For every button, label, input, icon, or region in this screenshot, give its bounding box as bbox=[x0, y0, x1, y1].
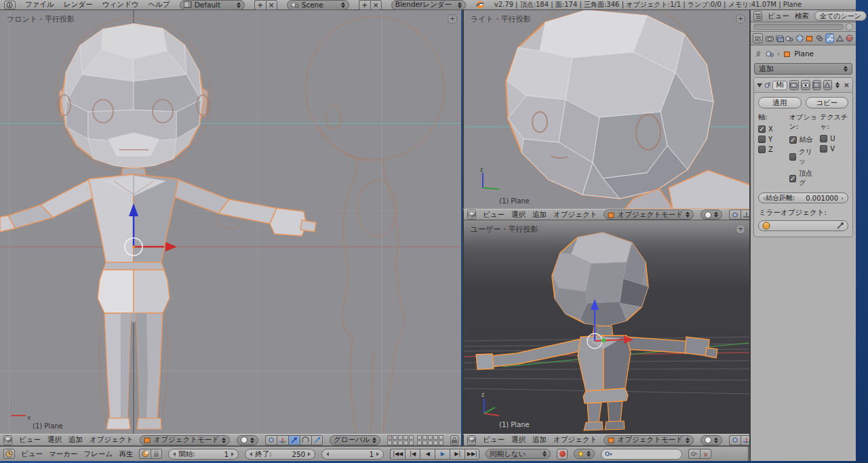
outliner-scrollbar[interactable] bbox=[753, 24, 844, 30]
layer-19[interactable] bbox=[433, 441, 438, 445]
character-mesh-head-side[interactable] bbox=[506, 10, 749, 209]
scene-add-button[interactable]: + bbox=[359, 0, 370, 10]
tab-world-icon[interactable] bbox=[795, 33, 804, 43]
editor-type-properties-button[interactable] bbox=[753, 33, 763, 43]
layer-15[interactable] bbox=[409, 441, 414, 445]
layer-9[interactable] bbox=[433, 435, 438, 440]
menu-file[interactable]: ファイル bbox=[25, 0, 54, 9]
checkbox-axis-y[interactable] bbox=[758, 136, 766, 143]
mirror-object-field[interactable] bbox=[758, 220, 848, 231]
viewport-visibility-icon[interactable] bbox=[801, 80, 810, 90]
scale-manipulator-icon[interactable] bbox=[311, 435, 323, 445]
layer-1[interactable] bbox=[387, 435, 392, 440]
sync-mode-dropdown[interactable]: 同期しない bbox=[486, 449, 551, 459]
viewport-user[interactable]: z ユーザー・平行投影 + (1) Plane bbox=[462, 220, 749, 434]
menu-help[interactable]: ヘルプ bbox=[148, 0, 170, 9]
layer-18[interactable] bbox=[428, 441, 433, 445]
pivot-icon[interactable] bbox=[265, 435, 277, 445]
screen-layout-selector[interactable]: Default bbox=[180, 0, 245, 10]
checkbox-axis-x[interactable]: ✓ bbox=[758, 125, 766, 133]
insert-keyframe-icon[interactable] bbox=[688, 449, 700, 459]
shading-dropdown[interactable] bbox=[701, 435, 722, 445]
tab-material-icon[interactable] bbox=[845, 33, 854, 43]
tab-modifiers-icon[interactable] bbox=[825, 33, 834, 43]
frame-start-field[interactable]: 開始: 1 bbox=[168, 449, 239, 460]
menu-add[interactable]: 追加 bbox=[532, 435, 547, 445]
tab-render-layers-icon[interactable] bbox=[775, 33, 784, 43]
menu-add[interactable]: 追加 bbox=[68, 435, 83, 445]
checkbox-axis-z[interactable] bbox=[758, 146, 766, 153]
layer-12[interactable] bbox=[393, 441, 397, 445]
toolshelf-expand-icon[interactable]: + bbox=[736, 224, 745, 234]
viewport-right[interactable]: z ライト・平行投影 + (1) Plane bbox=[462, 10, 749, 209]
timeline-menu-frame[interactable]: フレーム bbox=[84, 449, 113, 459]
menu-add[interactable]: 追加 bbox=[532, 210, 547, 220]
outliner-scroll-handle[interactable] bbox=[846, 23, 853, 31]
editor-type-3dview-button[interactable] bbox=[467, 209, 476, 220]
move-manipulator-icon[interactable] bbox=[288, 435, 300, 445]
next-keyframe-button[interactable]: ▶| bbox=[450, 449, 465, 460]
mode-dropdown[interactable]: オブジェクトモード bbox=[140, 435, 229, 445]
layout-delete-button[interactable]: × bbox=[266, 0, 277, 10]
current-frame-field[interactable]: 1 bbox=[321, 449, 384, 460]
mode-dropdown[interactable]: オブジェクトモード bbox=[604, 435, 693, 445]
layer-17[interactable] bbox=[422, 441, 427, 445]
lock-range-icon[interactable] bbox=[151, 449, 162, 459]
scene-delete-button[interactable]: × bbox=[370, 0, 382, 10]
editor-type-3dview-button[interactable] bbox=[3, 435, 12, 445]
character-mesh-front[interactable] bbox=[0, 24, 316, 429]
tab-object-icon[interactable] bbox=[805, 33, 814, 43]
breadcrumb-object-name[interactable]: Plane bbox=[794, 49, 814, 58]
previous-keyframe-button[interactable]: |◀ bbox=[405, 449, 420, 460]
viewport-front[interactable]: x フロント・平行投影 + (1) Plane bbox=[0, 10, 461, 434]
layer-11[interactable] bbox=[387, 441, 392, 445]
layer-13[interactable] bbox=[398, 441, 403, 445]
editor-type-info-button[interactable] bbox=[4, 1, 16, 9]
rotate-manipulator-icon[interactable] bbox=[300, 435, 311, 445]
edit-mode-display-icon[interactable] bbox=[812, 80, 821, 90]
modifier-name-field[interactable]: Mi bbox=[772, 81, 787, 90]
outliner-menu-search[interactable]: 検索 bbox=[795, 12, 809, 21]
add-modifier-dropdown[interactable]: 追加 bbox=[754, 63, 852, 75]
outliner-menu-view[interactable]: ビュー bbox=[768, 12, 789, 21]
layer-3[interactable] bbox=[398, 435, 403, 440]
play-button[interactable]: ▶ bbox=[435, 449, 450, 460]
menu-select[interactable]: 選択 bbox=[47, 435, 62, 445]
tab-scene-icon[interactable] bbox=[785, 33, 794, 43]
shading-dropdown[interactable] bbox=[237, 435, 258, 445]
render-visibility-icon[interactable] bbox=[789, 80, 798, 90]
menu-object[interactable]: オブジェクト bbox=[553, 435, 597, 445]
pin-icon[interactable] bbox=[755, 50, 762, 58]
checkbox-texture-u[interactable] bbox=[820, 135, 827, 142]
menu-select[interactable]: 選択 bbox=[511, 210, 526, 220]
manipulator-toggle-icon[interactable] bbox=[741, 209, 749, 220]
toolshelf-expand-icon[interactable]: + bbox=[736, 14, 745, 24]
orientation-dropdown[interactable]: グローバル bbox=[330, 435, 380, 445]
layer-8[interactable] bbox=[428, 435, 433, 440]
menu-select[interactable]: 選択 bbox=[511, 435, 526, 445]
copy-button[interactable]: コピー bbox=[806, 97, 849, 108]
pivot-icon[interactable] bbox=[729, 435, 741, 445]
editor-type-outliner-button[interactable] bbox=[753, 11, 762, 21]
menu-object[interactable]: オブジェクト bbox=[553, 210, 597, 220]
layer-10[interactable] bbox=[439, 435, 443, 440]
scene-selector[interactable]: Scene bbox=[287, 0, 349, 10]
play-reverse-button[interactable]: ◀ bbox=[420, 449, 435, 460]
layer-14[interactable] bbox=[403, 441, 408, 445]
layer-5[interactable] bbox=[409, 435, 414, 440]
layout-add-button[interactable]: + bbox=[254, 0, 266, 10]
toolshelf-expand-icon[interactable]: + bbox=[448, 14, 457, 24]
keying-set-type-dropdown[interactable] bbox=[574, 449, 595, 459]
checkbox-clipping[interactable] bbox=[789, 153, 796, 161]
delete-modifier-icon[interactable]: × bbox=[844, 81, 850, 89]
move-modifier-buttons[interactable] bbox=[835, 82, 840, 88]
tab-data-icon[interactable] bbox=[835, 33, 844, 43]
jump-to-end-button[interactable]: ▶▶| bbox=[465, 449, 479, 460]
menu-view[interactable]: ビュー bbox=[483, 435, 505, 445]
layer-7[interactable] bbox=[422, 435, 427, 440]
mode-dropdown[interactable]: オブジェクトモード bbox=[604, 209, 693, 220]
jump-to-start-button[interactable]: |◀◀ bbox=[390, 449, 405, 460]
tab-render-icon[interactable] bbox=[766, 33, 774, 43]
timeline-menu-marker[interactable]: マーカー bbox=[49, 449, 78, 459]
timeline-menu-view[interactable]: ビュー bbox=[21, 449, 43, 459]
